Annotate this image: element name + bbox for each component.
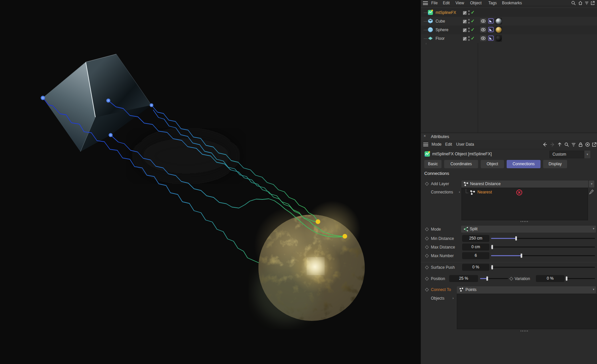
- key-diamond[interactable]: [425, 227, 429, 231]
- menu-view[interactable]: View: [455, 1, 464, 5]
- material-preview[interactable]: [495, 27, 502, 33]
- node-graph-icon: [470, 190, 475, 195]
- close-icon[interactable]: ×: [424, 134, 426, 138]
- position-slider[interactable]: [480, 276, 508, 281]
- object-row-floor[interactable]: Floor ✓: [421, 34, 597, 43]
- forward-arrow-icon[interactable]: [550, 142, 555, 147]
- material-preview[interactable]: [495, 35, 502, 42]
- edit-pencil-icon[interactable]: [589, 189, 594, 195]
- search-icon[interactable]: [571, 1, 576, 5]
- key-diamond[interactable]: [425, 265, 429, 269]
- connect-to-label: Connect To: [431, 287, 451, 292]
- home-icon[interactable]: [578, 1, 583, 5]
- object-name: Floor: [436, 36, 445, 41]
- tab-basic[interactable]: Basic: [424, 160, 442, 168]
- key-diamond[interactable]: [425, 277, 429, 280]
- layer-chip[interactable]: [463, 11, 467, 15]
- enabled-check-icon[interactable]: ✓: [471, 10, 475, 15]
- surface-push-slider[interactable]: [491, 265, 595, 269]
- menu-tags[interactable]: Tags: [488, 1, 497, 5]
- filter-icon[interactable]: [571, 142, 576, 147]
- export-icon[interactable]: [592, 142, 597, 147]
- attr-menu-mode[interactable]: Mode: [432, 142, 442, 147]
- object-row-cube[interactable]: Cube ✓: [421, 17, 597, 26]
- render-flag-icon[interactable]: [488, 18, 494, 24]
- add-layer-dropdown[interactable]: Nearest Distance: [461, 181, 588, 187]
- drag-separator[interactable]: [521, 221, 529, 222]
- preset-dropdown-arrow[interactable]: ▾: [584, 151, 590, 158]
- key-diamond[interactable]: [509, 277, 513, 280]
- max-distance-slider[interactable]: [491, 245, 595, 249]
- surface-push-field[interactable]: 0 %: [462, 264, 489, 271]
- min-distance-slider[interactable]: [491, 236, 595, 241]
- enabled-check-icon[interactable]: ✓: [471, 18, 475, 24]
- position-field[interactable]: 25 %: [449, 275, 478, 282]
- preset-dropdown[interactable]: Custom: [549, 151, 585, 158]
- enabled-check-icon[interactable]: ✓: [471, 27, 475, 32]
- add-layer-dropdown-arrow[interactable]: ▾: [589, 181, 594, 187]
- key-diamond[interactable]: [425, 237, 429, 240]
- key-diamond[interactable]: [425, 245, 429, 249]
- render-flag-icon[interactable]: [488, 36, 494, 41]
- 3d-viewport[interactable]: [0, 0, 421, 364]
- export-icon[interactable]: [590, 1, 595, 5]
- lock-icon[interactable]: [578, 142, 583, 147]
- connect-to-dropdown[interactable]: Points ▾: [457, 286, 596, 293]
- up-arrow-icon[interactable]: [557, 142, 562, 147]
- menu-icon[interactable]: [423, 143, 428, 146]
- visibility-eye-icon[interactable]: [480, 27, 486, 33]
- drag-separator[interactable]: [521, 330, 529, 331]
- attr-menu-userdata[interactable]: User Data: [456, 142, 474, 147]
- enable-dots[interactable]: [468, 19, 470, 24]
- menu-object[interactable]: Object: [470, 1, 482, 5]
- objects-listbox[interactable]: [457, 294, 597, 329]
- object-name: mtSplineFX: [436, 10, 456, 15]
- connection-item-nearest[interactable]: Nearest: [462, 189, 587, 196]
- render-flag-icon[interactable]: [488, 27, 494, 33]
- max-number-slider[interactable]: [491, 254, 595, 258]
- connections-expander[interactable]: ›: [459, 190, 460, 194]
- object-row-sphere[interactable]: Sphere ✓: [421, 26, 597, 34]
- visibility-eye-icon[interactable]: [480, 18, 486, 24]
- variation-field[interactable]: 0 %: [536, 275, 564, 282]
- menu-edit[interactable]: Edit: [443, 1, 450, 5]
- tab-display[interactable]: Display: [543, 160, 567, 168]
- max-number-field[interactable]: 6: [462, 252, 489, 259]
- enabled-check-icon[interactable]: ✓: [471, 36, 475, 41]
- min-distance-field[interactable]: 250 cm: [462, 235, 489, 242]
- delete-connection-button[interactable]: [516, 189, 523, 196]
- attr-menu-edit[interactable]: Edit: [445, 142, 452, 147]
- panel-title: Attributes: [431, 134, 449, 139]
- max-distance-field[interactable]: 0 cm: [462, 244, 489, 251]
- cube-shadow: [136, 133, 236, 179]
- menu-bookmarks[interactable]: Bookmarks: [502, 1, 522, 5]
- menu-icon[interactable]: [423, 1, 428, 5]
- enable-dots[interactable]: [468, 28, 470, 32]
- search-icon[interactable]: [564, 142, 569, 147]
- filter-icon[interactable]: [584, 1, 589, 5]
- tab-coordinates[interactable]: Coordinates: [444, 160, 478, 168]
- mode-dropdown[interactable]: Split ▾: [461, 226, 596, 233]
- menu-file[interactable]: File: [431, 1, 438, 5]
- connection-name[interactable]: Nearest: [477, 190, 492, 194]
- key-diamond[interactable]: [425, 288, 429, 291]
- variation-slider[interactable]: [566, 276, 595, 281]
- key-diamond[interactable]: [425, 182, 429, 185]
- layer-chip[interactable]: [463, 20, 467, 24]
- back-arrow-icon[interactable]: [543, 142, 547, 147]
- layer-chip[interactable]: [463, 28, 467, 32]
- attributes-titlebar[interactable]: × Attributes: [421, 133, 597, 140]
- key-diamond[interactable]: [425, 254, 429, 257]
- connections-listbox[interactable]: Nearest: [461, 188, 588, 220]
- object-row-mtsplinefx[interactable]: mtSplineFX ✓: [421, 8, 597, 17]
- material-preview[interactable]: [495, 18, 502, 25]
- enable-dots[interactable]: [468, 36, 470, 41]
- attribute-tabs: Basic Coordinates Object Connections Dis…: [424, 160, 596, 169]
- tab-object[interactable]: Object: [481, 160, 504, 168]
- focus-icon[interactable]: [585, 142, 590, 147]
- layer-chip[interactable]: [463, 37, 467, 41]
- objects-expander[interactable]: ›: [452, 296, 454, 300]
- tab-connections[interactable]: Connections: [507, 160, 541, 168]
- enable-dots[interactable]: [468, 10, 470, 15]
- visibility-eye-icon[interactable]: [480, 36, 486, 41]
